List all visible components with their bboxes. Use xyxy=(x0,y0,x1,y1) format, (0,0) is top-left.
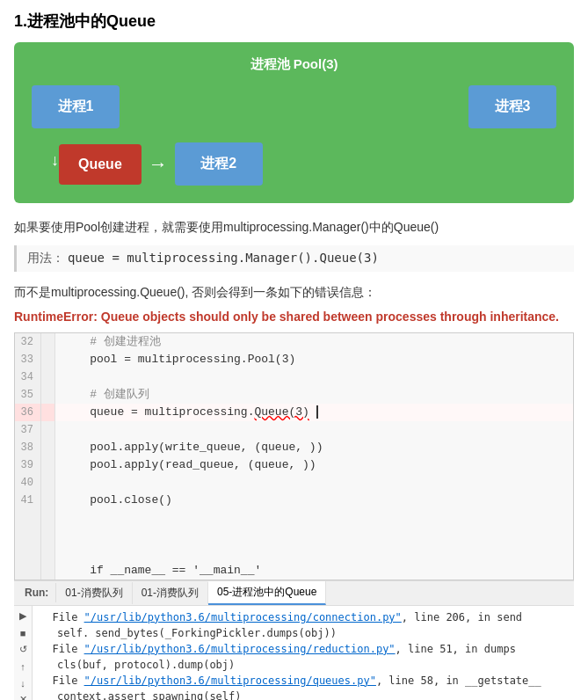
terminal-line: File "/usr/lib/python3.6/multiprocessing… xyxy=(40,641,567,657)
terminal-line: cls(buf, protocol).dump(obj) xyxy=(57,657,567,673)
queue-row: Queue → 进程2 xyxy=(59,142,263,186)
code-editor[interactable]: 32 # 创建进程池 33 pool = multiprocessing.Poo… xyxy=(14,332,574,580)
run-tab-1[interactable]: 01-消费队列 xyxy=(56,582,132,604)
code-line xyxy=(15,544,573,562)
run-play-button[interactable]: ▶ xyxy=(16,609,30,623)
terminal-body: File "/usr/lib/python3.6/multiprocessing… xyxy=(33,606,574,700)
code-line: 33 pool = multiprocessing.Pool(3) xyxy=(15,351,573,368)
code-line: 34 xyxy=(15,368,573,386)
process1-box: 进程1 xyxy=(32,85,120,128)
run-label: Run: xyxy=(18,583,56,602)
run-scroll-up-button[interactable]: ↑ xyxy=(16,660,30,674)
run-panel-outer: ▶ ■ ↺ ↑ ↓ ✕ File "/usr/lib/python3.6/mul… xyxy=(14,606,574,700)
terminal-link-3[interactable]: "/usr/lib/python3.6/multiprocessing/queu… xyxy=(84,674,376,687)
pool-diagram: 进程池 Pool(3) 进程1 进程3 ↓ Queue → 进程2 xyxy=(14,42,574,203)
desc-text1: 如果要使用Pool创建进程，就需要使用multiprocessing.Manag… xyxy=(14,217,574,237)
code-line xyxy=(15,527,573,544)
terminal-link-2[interactable]: "/usr/lib/python3.6/multiprocessing/redu… xyxy=(84,643,396,655)
run-sidebar: ▶ ■ ↺ ↑ ↓ ✕ xyxy=(14,606,33,700)
run-close-button[interactable]: ✕ xyxy=(16,693,30,700)
down-arrow: ↓ xyxy=(51,151,59,170)
page-content: 1.进程池中的Queue 进程池 Pool(3) 进程1 进程3 ↓ Queue… xyxy=(0,0,588,700)
arrow-right: → xyxy=(149,153,168,176)
code-line: 39 pool.apply(read_queue, (queue, )) xyxy=(15,456,573,474)
code-line-error: 36 queue = multiprocessing.Queue(3) xyxy=(15,404,573,421)
usage-label: 用法： xyxy=(27,251,64,265)
run-stop-button[interactable]: ■ xyxy=(16,626,30,640)
process2-box: 进程2 xyxy=(175,142,263,186)
code-line-main: if __name__ == '__main__' xyxy=(15,562,573,580)
diagram-top-row: 进程1 进程3 xyxy=(32,85,556,128)
code-line: 38 pool.apply(write_queue, (queue, )) xyxy=(15,439,573,456)
code-line: 32 # 创建进程池 xyxy=(15,333,573,351)
run-tab-2[interactable]: 01-消费队列 xyxy=(133,582,208,604)
page-title: 1.进程池中的Queue xyxy=(14,11,574,32)
pool-title: 进程池 Pool(3) xyxy=(32,56,556,73)
process3-box: 进程3 xyxy=(468,85,556,128)
run-tab-3[interactable]: 05-进程池中的Queue xyxy=(208,581,326,605)
run-scroll-down-button[interactable]: ↓ xyxy=(16,676,30,690)
diagram-bottom-row: ↓ Queue → 进程2 xyxy=(32,135,556,186)
run-panel: Run: 01-消费队列 01-消费队列 05-进程池中的Queue ▶ ■ ↺… xyxy=(14,580,574,700)
terminal-line: context.assert_spawning(self) xyxy=(57,689,567,700)
usage-code: queue = multiprocessing.Manager().Queue(… xyxy=(68,251,379,265)
terminal-line: self. send_bytes(_ForkingPickler.dumps(o… xyxy=(57,625,567,641)
code-line: 40 xyxy=(15,474,573,492)
error-title: 而不是multiprocessing.Queue(), 否则会得到一条如下的错误… xyxy=(14,282,574,302)
terminal-link-1[interactable]: "/usr/lib/python3.6/multiprocessing/conn… xyxy=(84,611,402,623)
terminal-line: File "/usr/lib/python3.6/multiprocessing… xyxy=(40,609,567,625)
code-line xyxy=(15,509,573,527)
code-line: 37 xyxy=(15,421,573,439)
code-line: 35 # 创建队列 xyxy=(15,386,573,404)
code-line: 41 pool.close() xyxy=(15,492,573,509)
runtime-error-text: RuntimeError: Queue objects should only … xyxy=(14,310,574,324)
terminal-line: File "/usr/lib/python3.6/multiprocessing… xyxy=(40,673,567,689)
queue-box: Queue xyxy=(59,144,142,185)
run-tabs: Run: 01-消费队列 01-消费队列 05-进程池中的Queue xyxy=(14,581,574,606)
usage-block: 用法： queue = multiprocessing.Manager().Qu… xyxy=(14,245,574,272)
run-rerun-button[interactable]: ↺ xyxy=(16,643,30,657)
